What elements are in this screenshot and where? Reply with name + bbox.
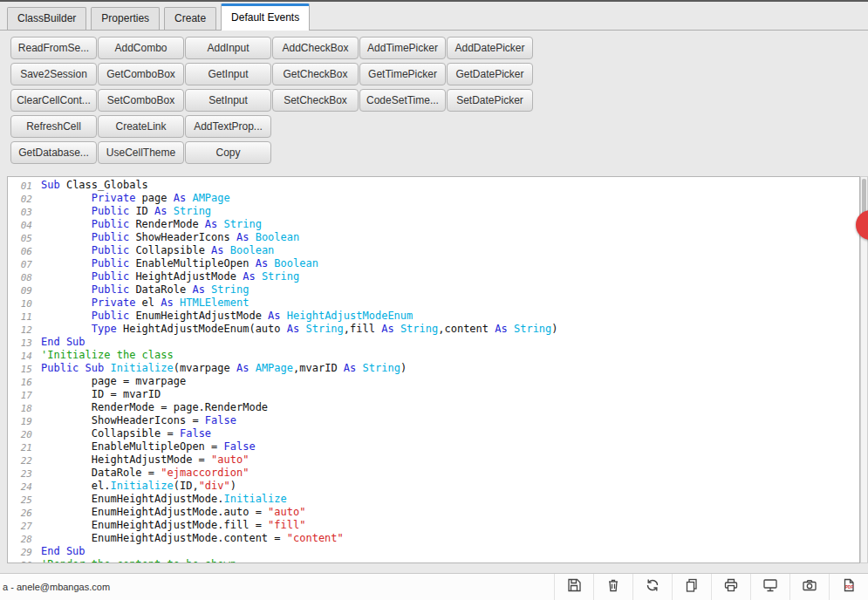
delete-button[interactable] [593,574,632,600]
code-line: 02 Private page As AMPage [11,192,859,205]
code-line: 18 RenderMode = page.RenderMode [11,401,859,414]
button-readfromse[interactable]: ReadFromSe... [10,37,97,59]
print-button[interactable] [711,574,750,600]
code-line: 28 EnumHeightAdjustMode.content = "conte… [11,532,859,545]
tab-create[interactable]: Create [164,7,216,30]
button-addcombo[interactable]: AddCombo [98,37,184,59]
line-number: 14 [11,349,32,362]
code-line: 20 Collapsible = False [11,427,859,440]
code-text: page = mvarpage [41,375,186,388]
button-clearcellcont[interactable]: ClearCellCont... [10,89,97,112]
delete-icon [605,576,622,597]
code-text: EnableMultipleOpen = False [41,440,256,453]
code-text: End Sub [41,336,85,349]
status-bar: a - anele@mbangas.com PDF [0,573,868,600]
line-number: 22 [11,453,32,467]
line-number: 13 [11,336,32,349]
code-text: ShowHeaderIcons = False [41,414,236,427]
code-line: 09 Public DataRole As String [11,283,859,297]
button-setdatepicker[interactable]: SetDatePicker [447,89,533,112]
tab-bar: ClassBuilderPropertiesCreateDefault Even… [0,7,868,31]
display-button[interactable] [750,574,789,600]
code-line: 07 Public EnableMultipleOpen As Boolean [11,257,859,270]
pdf-button[interactable]: PDF [829,574,868,600]
button-getdatepicker[interactable]: GetDatePicker [447,63,533,85]
button-addcheckbox[interactable]: AddCheckBox [272,37,359,59]
line-number: 21 [11,440,32,453]
line-number: 24 [11,480,32,493]
button-setinput[interactable]: SetInput [185,89,271,112]
save-button[interactable] [554,574,593,600]
code-line: 19 ShowHeaderIcons = False [11,414,859,427]
line-number: 15 [11,362,32,375]
code-line: 30'Render the content to be shown [11,558,859,563]
code-text: End Sub [41,545,85,558]
code-text: Public EnableMultipleOpen As Boolean [41,257,318,270]
button-getdatabase[interactable]: GetDatabase... [10,141,97,164]
line-number: 03 [11,205,32,218]
refresh-button[interactable] [632,574,672,600]
camera-button[interactable] [789,574,829,600]
code-line: 21 EnableMultipleOpen = False [11,440,859,453]
line-number: 27 [11,519,32,532]
button-adddatepicker[interactable]: AddDatePicker [447,37,533,59]
code-text: Public ShowHeaderIcons As Boolean [41,231,299,244]
code-text: DataRole = "ejmaccordion" [41,467,249,480]
code-text: RenderMode = page.RenderMode [41,401,268,414]
code-line: 16 page = mvarpage [11,375,859,388]
code-text: Collapsible = False [41,427,211,440]
user-email-text: a - anele@mbangas.com [0,582,110,592]
code-line: 15Public Sub Initialize(mvarpage As AMPa… [11,362,859,375]
code-lines: 01Sub Class_Globals02 Private page As AM… [11,179,859,563]
line-number: 16 [11,375,32,388]
code-text: Public Collapsible As Boolean [41,244,274,257]
button-gettimepicker[interactable]: GetTimePicker [359,63,446,85]
button-codesettime[interactable]: CodeSetTime... [359,89,446,112]
code-text: Public EnumHeightAdjustMode As HeightAdj… [41,310,413,323]
button-getinput[interactable]: GetInput [185,63,271,85]
code-editor[interactable]: 01Sub Class_Globals02 Private page As AM… [7,176,860,563]
tab-default-events[interactable]: Default Events [221,3,310,31]
code-text: Public DataRole As String [41,283,249,297]
display-icon [762,576,779,597]
code-text: HeightAdjustMode = "auto" [41,453,249,467]
code-text: Private page As AMPage [41,192,230,205]
code-line: 14'Initialize the class [11,349,859,362]
code-line: 01Sub Class_Globals [11,179,859,192]
line-number: 29 [11,545,32,558]
button-addtimepicker[interactable]: AddTimePicker [359,37,446,59]
button-createlink[interactable]: CreateLink [98,115,184,138]
line-number: 20 [11,427,32,440]
code-line: 24 el.Initialize(ID,"div") [11,480,859,493]
code-text: EnumHeightAdjustMode.auto = "auto" [41,506,305,519]
code-line: 11 Public EnumHeightAdjustMode As Height… [11,310,859,323]
tab-properties[interactable]: Properties [91,7,160,30]
line-number: 01 [11,179,32,192]
button-getcombobox[interactable]: GetComboBox [98,63,184,85]
button-getcheckbox[interactable]: GetCheckBox [272,63,359,85]
button-setcombobox[interactable]: SetComboBox [98,89,184,112]
button-copy[interactable]: Copy [185,141,271,164]
button-save2session[interactable]: Save2Session [10,63,97,85]
pdf-icon: PDF [840,576,858,597]
line-number: 18 [11,401,32,414]
button-addinput[interactable]: AddInput [185,37,271,59]
copy-button[interactable] [672,574,711,600]
svg-text:PDF: PDF [845,585,853,590]
line-number: 26 [11,506,32,519]
code-text: Private el As HTMLElement [41,297,249,310]
button-refreshcell[interactable]: RefreshCell [10,115,97,138]
line-number: 28 [11,532,32,545]
line-number: 05 [11,231,32,244]
button-usecelltheme[interactable]: UseCellTheme [98,141,184,164]
code-line: 26 EnumHeightAdjustMode.auto = "auto" [11,506,859,519]
code-text: ID = mvarID [41,388,161,401]
code-line: 08 Public HeightAdjustMode As String [11,270,859,283]
tab-classbuilder[interactable]: ClassBuilder [7,7,86,30]
button-setcheckbox[interactable]: SetCheckBox [272,89,359,112]
code-line: 04 Public RenderMode As String [11,218,859,231]
button-addtextprop[interactable]: AddTextProp... [185,115,271,138]
code-text: Public ID As String [41,205,211,218]
line-number: 19 [11,414,32,427]
line-number: 10 [11,297,32,310]
